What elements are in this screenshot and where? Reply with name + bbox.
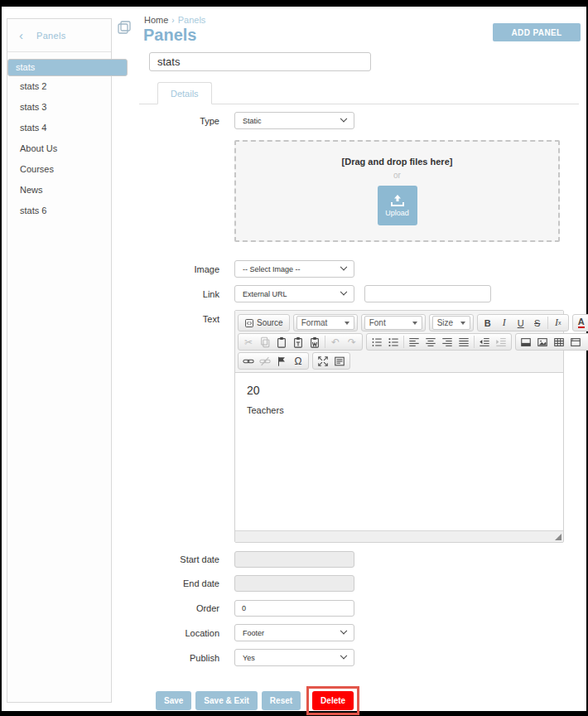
strike-button[interactable]: S [529, 316, 546, 330]
maximize-button[interactable] [315, 354, 331, 368]
location-select[interactable]: Footer [234, 624, 354, 641]
sidebar-header[interactable]: ‹ Panels [7, 19, 111, 52]
save-button[interactable]: Save [156, 691, 191, 710]
paste-word-button[interactable] [306, 335, 323, 349]
align-center-button[interactable] [422, 335, 439, 349]
image-select-value: -- Select Image -- [243, 265, 301, 273]
chevron-down-icon [460, 322, 465, 325]
publish-select[interactable]: Yes [234, 649, 354, 666]
editor-text-line: 20 [247, 384, 552, 397]
toolbar-separator [474, 336, 475, 348]
align-justify-icon [458, 336, 470, 348]
dropzone-or-text: or [236, 171, 558, 180]
location-select-value: Footer [243, 629, 264, 637]
show-blocks-button[interactable] [331, 354, 348, 368]
maximize-icon [317, 356, 329, 367]
toolbar-group: BIUSIx [477, 314, 569, 331]
toolbar-group: Font [361, 314, 426, 331]
sidebar: ‹ Panels statsstats 2stats 3stats 4About… [7, 18, 112, 703]
file-dropzone[interactable]: [Drag and drop files here] or Upload [234, 140, 560, 242]
chevron-down-icon [340, 651, 347, 658]
annotation-highlight: Delete [306, 686, 359, 715]
special-char-icon: Ω [295, 356, 302, 366]
sidebar-item-courses[interactable]: Courses [7, 159, 111, 180]
source-button-label: Source [257, 318, 283, 327]
add-panel-button[interactable]: ADD PANEL [493, 23, 581, 41]
order-input[interactable] [234, 600, 354, 617]
panel-name-input[interactable] [149, 52, 371, 71]
breadcrumb-home-link[interactable]: Home [144, 15, 168, 25]
chevron-down-icon [345, 322, 349, 325]
chevron-down-icon [340, 114, 347, 121]
source-button[interactable]: Source [240, 316, 287, 330]
editor-content[interactable]: 20Teachers [235, 373, 563, 530]
align-center-icon [425, 336, 436, 348]
underline-button[interactable]: U [513, 316, 529, 330]
outdent-button[interactable] [476, 335, 493, 349]
bulleted-list-button[interactable] [385, 335, 402, 349]
breadcrumb-separator-icon: › [171, 16, 174, 25]
image-label: Image [159, 264, 219, 274]
media-button[interactable] [518, 335, 534, 349]
resize-handle-icon[interactable] [555, 534, 561, 540]
rich-text-editor: SourceFormatFontSizeBIUSIxAA✂↶↷Ω 20Teach… [234, 310, 564, 543]
format-combo[interactable]: Format [296, 316, 354, 330]
editor-text-line: Teachers [247, 405, 552, 415]
indent-icon [495, 336, 507, 348]
sidebar-item-stats-4[interactable]: stats 4 [7, 118, 111, 138]
toolbar-group: ✂↶↷ [238, 333, 363, 351]
font-combo[interactable]: Font [364, 316, 422, 330]
align-justify-button[interactable] [455, 335, 472, 349]
copy-icon [259, 336, 271, 348]
size-combo[interactable]: Size [432, 316, 470, 330]
paste-button[interactable] [273, 335, 290, 349]
anchor-button[interactable] [273, 354, 290, 368]
sidebar-item-stats[interactable]: stats [7, 59, 128, 76]
special-char-button[interactable]: Ω [290, 354, 306, 368]
location-label: Location [159, 628, 219, 638]
page-frame: ‹ Panels statsstats 2stats 3stats 4About… [0, 0, 588, 716]
audio-button[interactable] [584, 335, 588, 349]
cut-icon: ✂ [244, 337, 253, 347]
numbered-list-button[interactable] [369, 335, 385, 349]
link-button[interactable] [240, 354, 257, 368]
tab-details[interactable]: Details [157, 82, 212, 104]
redo-button: ↷ [344, 335, 360, 349]
remove-format-button[interactable]: Ix [550, 316, 566, 330]
image-button[interactable] [534, 335, 551, 349]
chevron-down-icon [340, 288, 347, 294]
action-buttons: Save Save & Exit Reset Delete [156, 686, 581, 715]
align-left-button[interactable] [406, 335, 422, 349]
chevron-down-icon [340, 263, 347, 269]
upload-button[interactable]: Upload [378, 186, 417, 225]
image-select[interactable]: -- Select Image -- [234, 260, 354, 278]
sidebar-title: Panels [36, 31, 65, 41]
reset-button[interactable]: Reset [262, 691, 301, 710]
sidebar-item-news[interactable]: News [7, 180, 111, 201]
breadcrumb-current: Panels [178, 15, 206, 25]
unlink-icon [259, 356, 271, 367]
iframe-button[interactable] [567, 335, 584, 349]
toolbar-separator [325, 336, 325, 348]
delete-button[interactable]: Delete [312, 691, 354, 710]
bold-button[interactable]: B [480, 316, 496, 330]
sidebar-item-stats-3[interactable]: stats 3 [7, 97, 111, 118]
italic-button[interactable]: I [496, 316, 513, 330]
align-right-button[interactable] [439, 335, 455, 349]
link-url-input[interactable] [364, 285, 491, 302]
main-content: Home›Panels Panels ADD PANEL Details Typ… [139, 13, 581, 715]
text-color-button[interactable]: A [575, 316, 588, 330]
table-button[interactable] [551, 335, 567, 349]
toolbar-group: Size [429, 314, 474, 331]
sidebar-item-stats-2[interactable]: stats 2 [7, 76, 111, 97]
link-type-select[interactable]: External URL [234, 285, 354, 302]
sidebar-item-stats-6[interactable]: stats 6 [7, 201, 111, 221]
paste-text-button[interactable] [290, 335, 306, 349]
back-chevron-icon: ‹ [19, 29, 23, 41]
type-select[interactable]: Static [234, 112, 354, 129]
pages-icon[interactable] [116, 20, 133, 36]
toolbar-separator [403, 336, 404, 348]
save-exit-button[interactable]: Save & Exit [195, 691, 257, 710]
undo-button: ↶ [327, 335, 344, 349]
sidebar-item-about-us[interactable]: About Us [7, 138, 111, 159]
